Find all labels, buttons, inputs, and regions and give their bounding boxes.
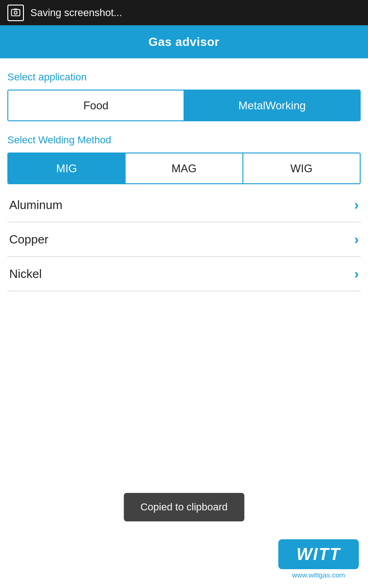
- witt-url: www.wittgas.com: [292, 571, 345, 579]
- welding-method-tab-mig[interactable]: MIG: [8, 153, 125, 183]
- svg-rect-2: [14, 8, 17, 10]
- list-item-aluminum[interactable]: Aluminum ›: [7, 188, 361, 222]
- witt-badge: WITT: [278, 539, 359, 569]
- select-welding-method-label: Select Welding Method: [7, 134, 361, 146]
- app-title: Gas advisor: [149, 35, 219, 49]
- app-bar: Gas advisor: [0, 25, 368, 58]
- welding-method-toggle-group: MIG MAG WIG: [7, 153, 361, 184]
- list-item-copper[interactable]: Copper ›: [7, 222, 361, 257]
- status-text: Saving screenshot...: [30, 7, 122, 19]
- svg-point-1: [14, 11, 17, 14]
- list-item-copper-label: Copper: [9, 232, 48, 247]
- select-application-label: Select application: [7, 71, 361, 83]
- list-item-nickel[interactable]: Nickel ›: [7, 257, 361, 291]
- application-tab-metalworking[interactable]: MetalWorking: [184, 90, 360, 120]
- witt-logo-text: WITT: [297, 545, 341, 564]
- main-content: Select application Food MetalWorking Sel…: [0, 58, 368, 291]
- status-bar: Saving screenshot...: [0, 0, 368, 25]
- material-list: Aluminum › Copper › Nickel ›: [7, 188, 361, 291]
- chevron-right-icon-copper: ›: [354, 232, 359, 247]
- list-item-nickel-label: Nickel: [9, 267, 42, 281]
- application-tab-food[interactable]: Food: [8, 90, 184, 120]
- welding-method-tab-wig[interactable]: WIG: [242, 153, 360, 183]
- witt-logo: WITT www.wittgas.com: [278, 539, 359, 579]
- svg-rect-0: [12, 9, 20, 16]
- screenshot-icon: [7, 5, 24, 21]
- list-item-aluminum-label: Aluminum: [9, 198, 63, 212]
- toast-notification: Copied to clipboard: [124, 493, 244, 521]
- application-toggle-group: Food MetalWorking: [7, 90, 361, 121]
- toast-message: Copied to clipboard: [140, 501, 228, 513]
- chevron-right-icon-aluminum: ›: [354, 197, 359, 213]
- chevron-right-icon-nickel: ›: [354, 266, 359, 282]
- welding-method-tab-mag[interactable]: MAG: [125, 153, 242, 183]
